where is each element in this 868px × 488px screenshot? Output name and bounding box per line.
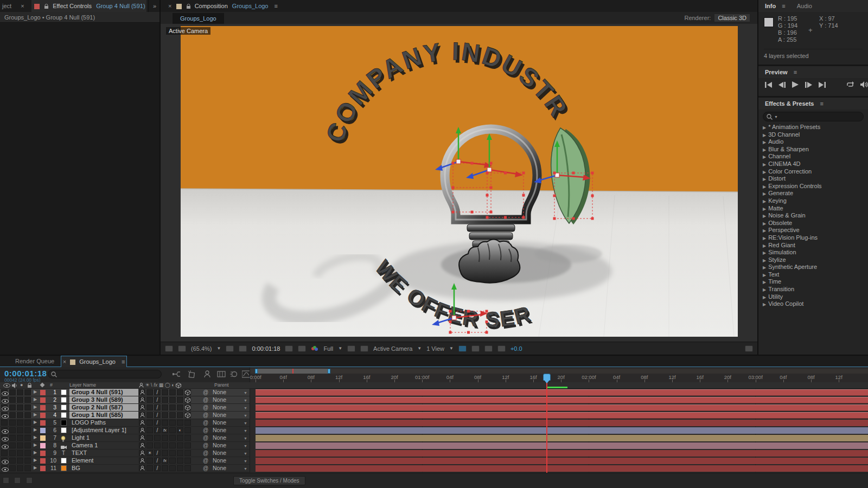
expand-icon[interactable]: ▶ [34,389,37,394]
layer-row[interactable]: ▶9TTEXT☀/@None▼ [0,450,250,457]
composition-tab[interactable]: Groups_Logo [173,13,224,24]
quality-switch[interactable] [154,442,161,448]
expand-icon[interactable]: ▶ [34,442,37,447]
effects-category[interactable]: ▶Text [763,271,868,279]
effects-category[interactable]: ▶Synthetic Aperture [763,264,868,271]
chevron-down-icon[interactable]: ▼ [449,346,454,351]
tab-render-queue[interactable]: Render Queue [0,358,54,364]
label-color-swatch[interactable] [40,420,46,426]
quality-switch[interactable]: / [154,412,161,418]
layer-row[interactable]: ▶11BG/@None▼ [0,465,250,472]
lock-column-icon[interactable] [27,383,32,388]
expand-icon[interactable]: ▶ [34,397,37,402]
last-frame-button[interactable] [819,82,826,88]
effects-category[interactable]: ▶Expression Controls [763,183,868,190]
effects-search-input[interactable]: ▼ [763,112,864,121]
show-snapshot-icon[interactable] [178,345,186,352]
time-ruler[interactable]: 0:00f04f08f12f16f20f01:00f04f08f12f16f20… [250,367,868,382]
close-icon[interactable]: × [161,3,171,9]
quality-switch[interactable] [154,435,161,441]
view-select[interactable]: Active Camera [373,345,412,352]
solo-toggle[interactable] [17,450,23,456]
layer-name[interactable]: Group 3 Null (589) [69,396,138,403]
transparency-grid-icon[interactable] [360,345,368,352]
effects-category[interactable]: ▶Keying [763,197,868,205]
audio-column-icon[interactable] [12,383,17,388]
label-color-swatch[interactable] [40,458,46,464]
shy-switch[interactable] [139,420,145,426]
adjustment-switch[interactable] [177,412,183,418]
expand-icon[interactable]: ▶ [763,147,766,152]
fx-switch[interactable]: fx [162,458,168,464]
collapse-switch[interactable] [146,427,153,433]
effect-target-link[interactable]: Group 4 Null (591) [96,3,145,9]
magnification-select[interactable]: (65.4%) [191,345,212,352]
parent-pickwhip-icon[interactable]: @ [203,404,208,411]
panel-menu-icon[interactable]: ≡ [794,69,797,75]
panel-menu-icon[interactable]: ≡ [782,3,785,9]
audio-toggle[interactable] [9,435,16,441]
expand-icon[interactable]: ▶ [763,207,766,211]
fx-switch[interactable] [162,435,168,441]
collapse-switch[interactable] [146,420,153,426]
layer-name[interactable]: Group 2 Null (587) [69,404,138,411]
adjustment-switch[interactable] [177,397,183,403]
effects-category[interactable]: ▶Stylize [763,256,868,264]
collapse-switch[interactable] [146,412,153,418]
lock-icon[interactable] [44,4,49,9]
parent-pickwhip-icon[interactable]: @ [203,396,208,403]
shy-switch[interactable] [139,450,145,456]
motion-blur-icon[interactable] [230,370,238,378]
audio-toggle[interactable] [9,412,16,418]
region-of-interest-icon[interactable] [347,345,355,352]
frame-blend-switch[interactable] [169,420,176,426]
effects-category[interactable]: ▶Matte [763,205,868,213]
expand-icon[interactable]: ▶ [763,251,766,255]
expand-inout-columns-icon[interactable] [26,477,33,484]
fx-switch[interactable] [162,442,168,448]
eye-toggle[interactable] [1,389,8,395]
layer-row[interactable]: ▶2Group 3 Null (589)/@None▼ [0,396,250,404]
current-time-display[interactable]: 0:00:01:18 [252,345,280,352]
effects-category[interactable]: ▶3D Channel [763,131,868,139]
expand-icon[interactable]: ▶ [763,155,766,159]
expand-icon[interactable]: ▶ [763,302,766,307]
parent-pickwhip-icon[interactable]: @ [203,389,208,396]
effects-category[interactable]: ▶Transition [763,286,868,293]
label-color-swatch[interactable] [40,405,46,410]
adjustment-switch[interactable] [177,420,183,426]
effects-category[interactable]: ▶Audio [763,138,868,146]
lock-toggle[interactable] [24,458,31,464]
renderer-control[interactable]: Renderer: Classic 3D [684,12,750,24]
composition-mini-flowchart-icon[interactable] [173,370,181,378]
effects-category[interactable]: ▶Perspective [763,227,868,234]
audio-toggle[interactable] [9,450,16,456]
audio-toggle[interactable] [9,465,16,471]
panel-menu-icon[interactable]: ≡ [275,3,278,9]
shy-switch[interactable] [139,427,145,433]
parent-dropdown[interactable]: None▼ [213,450,247,457]
channel-icon[interactable] [298,345,306,352]
layer-row[interactable]: ▶10Element/fx@None▼ [0,457,250,465]
collapse-switch[interactable] [146,458,153,464]
parent-pickwhip-icon[interactable]: @ [203,419,208,426]
composition-name-link[interactable]: Groups_Logo [232,3,269,9]
solo-toggle[interactable] [17,397,23,403]
effects-category[interactable]: ▶Time [763,278,868,286]
label-color-swatch[interactable] [40,443,46,448]
frame-blend-switch[interactable] [169,427,176,433]
exposure-value[interactable]: +0.0 [510,345,522,352]
layer-duration-bar[interactable] [256,397,868,403]
effects-category[interactable]: ▶Noise & Grain [763,212,868,220]
expand-icon[interactable]: ▶ [34,458,37,463]
layer-row[interactable]: ▶5LOGO Paths/@None▼ [0,419,250,427]
expand-icon[interactable]: ▶ [763,199,766,204]
expand-transfer-controls-icon[interactable] [14,477,21,484]
parent-dropdown[interactable]: None▼ [213,419,247,426]
lock-toggle[interactable] [24,389,31,395]
lock-toggle[interactable] [24,420,31,426]
work-area-start-handle[interactable] [255,369,258,374]
work-area-bar[interactable] [256,369,330,374]
resolution-select[interactable]: Full [323,345,333,352]
eye-column-icon[interactable] [3,383,10,388]
